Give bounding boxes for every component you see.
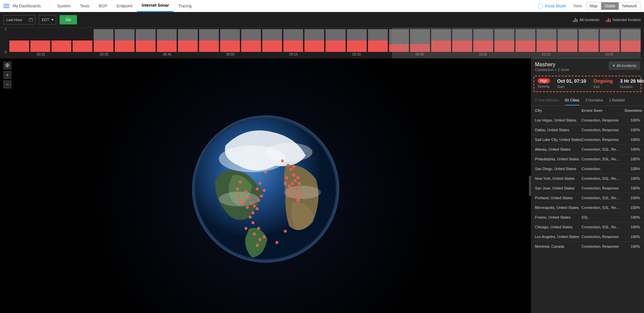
incident-marker[interactable] (287, 194, 289, 197)
incident-marker[interactable] (291, 182, 293, 184)
chart-bar[interactable] (9, 29, 29, 52)
incident-marker[interactable] (263, 235, 265, 238)
chart-bar[interactable] (326, 29, 345, 52)
kiosk-mode-button[interactable]: Kiosk Mode (535, 4, 569, 8)
table-row[interactable]: San Jose, United StatesConnection, Respo… (531, 183, 644, 193)
chart-bar[interactable] (368, 29, 388, 52)
incident-marker[interactable] (245, 227, 247, 230)
timezone-select[interactable]: EDT (39, 15, 56, 24)
nav-tab-system[interactable]: System (53, 0, 75, 12)
time-range-select[interactable]: Last Hour (3, 15, 35, 24)
incident-marker[interactable] (264, 171, 267, 173)
chart-bar[interactable] (283, 29, 303, 52)
col-downtime[interactable]: Downtime (625, 108, 640, 112)
chart-bar[interactable] (262, 29, 282, 52)
incident-marker[interactable] (259, 182, 261, 184)
incident-marker[interactable] (289, 168, 292, 170)
view-globe-button[interactable]: Globe (601, 2, 619, 10)
incident-marker[interactable] (249, 216, 251, 218)
table-row[interactable]: Las Vegas, United StatesConnection, Resp… (531, 115, 644, 125)
subtab-91-cities[interactable]: 91 Cities (565, 95, 579, 105)
chart-bar[interactable] (199, 29, 219, 52)
timeline-chart[interactable]: 08:1508:3008:4509:0009:1509:3009:4510:00… (0, 27, 644, 58)
table-row[interactable]: Portland, United StatesConnection, SSL, … (531, 193, 644, 203)
table-row[interactable]: Salt Lake City, United StatesConnection,… (531, 135, 644, 144)
chart-bar[interactable] (30, 29, 50, 52)
incident-marker[interactable] (236, 187, 239, 190)
subtab-1-related[interactable]: 1 Related (609, 95, 625, 105)
incident-marker[interactable] (245, 190, 247, 193)
incident-marker[interactable] (275, 241, 278, 244)
incident-marker[interactable] (247, 196, 250, 199)
incident-marker[interactable] (294, 194, 296, 197)
incident-marker[interactable] (246, 206, 249, 209)
incident-marker[interactable] (239, 180, 242, 183)
table-row[interactable]: Montreal, CanadaConnection, Response100% (531, 241, 644, 251)
incident-marker[interactable] (289, 190, 292, 193)
chart-bar[interactable] (136, 29, 156, 52)
table-row[interactable]: Philadelphia, United StatesConnection, S… (531, 154, 644, 164)
chart-bar[interactable] (220, 29, 240, 52)
incident-marker[interactable] (296, 199, 299, 202)
legend-selected-incident[interactable]: Selected Incident (606, 17, 641, 22)
table-row[interactable]: Chicago, United StatesConnection, SSL, R… (531, 222, 644, 232)
table-row[interactable]: Fresno, United StatesSSL100% (531, 212, 644, 222)
nav-tab-tracing[interactable]: Tracing (174, 0, 196, 12)
table-row[interactable]: New York, United StatesConnection, SSL, … (531, 173, 644, 183)
incident-marker[interactable] (263, 189, 265, 191)
chart-bar[interactable] (241, 29, 261, 52)
chart-bar[interactable] (94, 29, 113, 52)
chart-bar[interactable] (157, 29, 177, 52)
view-map-button[interactable]: Map (586, 2, 601, 10)
table-row[interactable]: San Diego, United StatesConnection100% (531, 164, 644, 173)
incident-marker[interactable] (288, 185, 291, 187)
incident-marker[interactable] (259, 238, 261, 241)
incident-marker[interactable] (257, 227, 260, 230)
incident-marker[interactable] (242, 202, 244, 204)
globe-view[interactable]: + − (0, 58, 531, 313)
incident-marker[interactable] (240, 199, 243, 202)
incident-marker[interactable] (250, 202, 253, 204)
incident-marker[interactable] (292, 165, 295, 168)
nav-tab-bgp[interactable]: BGP (94, 0, 112, 12)
table-row[interactable]: Los Angeles, United StatesConnection, Re… (531, 232, 644, 241)
my-dashboards-link[interactable]: My Dashboards (13, 4, 47, 8)
incident-marker[interactable] (252, 221, 254, 224)
view-network-button[interactable]: Network (619, 2, 640, 10)
incident-marker[interactable] (295, 187, 298, 190)
chart-bar[interactable] (52, 29, 71, 52)
incident-marker[interactable] (284, 230, 286, 232)
menu-icon[interactable] (3, 4, 9, 8)
chart-bar[interactable] (178, 29, 198, 52)
incident-marker[interactable] (253, 205, 256, 207)
nav-tab-tests[interactable]: Tests (75, 0, 94, 12)
chart-bar[interactable] (347, 29, 367, 52)
incident-marker[interactable] (256, 187, 258, 190)
subtab-2-domains[interactable]: 2 Domains (585, 95, 603, 105)
incident-marker[interactable] (285, 176, 288, 179)
incident-marker[interactable] (294, 179, 296, 182)
table-row[interactable]: Dallas, United StatesConnection, Respons… (531, 125, 644, 135)
incident-marker[interactable] (287, 164, 289, 166)
chart-selection[interactable] (392, 28, 641, 59)
legend-all-incidents[interactable]: All Incidents (573, 17, 599, 22)
go-button[interactable]: Go (60, 15, 77, 24)
incident-marker[interactable] (260, 194, 263, 197)
col-city[interactable]: City (535, 108, 581, 112)
nav-tab-endpoint[interactable]: Endpoint (112, 0, 137, 12)
incident-marker[interactable] (299, 193, 302, 196)
incident-marker[interactable] (298, 182, 300, 184)
incident-marker[interactable] (238, 194, 240, 197)
table-row[interactable]: Minneapolis, United StatesConnection, SS… (531, 203, 644, 212)
table-row[interactable]: Atlanta, United StatesConnection, SSL, R… (531, 144, 644, 154)
incident-marker[interactable] (281, 159, 284, 162)
incident-marker[interactable] (257, 199, 260, 202)
col-errors[interactable]: Errors Seen (581, 108, 625, 112)
incident-marker[interactable] (284, 182, 286, 184)
incident-marker[interactable] (256, 244, 258, 246)
nav-tab-internet-sonar[interactable]: Internet Sonar (137, 0, 174, 12)
all-incidents-button[interactable]: All Incidents (609, 62, 640, 70)
panel-resize-handle[interactable] (529, 176, 531, 196)
incident-marker[interactable] (256, 207, 258, 210)
incident-marker[interactable] (296, 176, 299, 179)
